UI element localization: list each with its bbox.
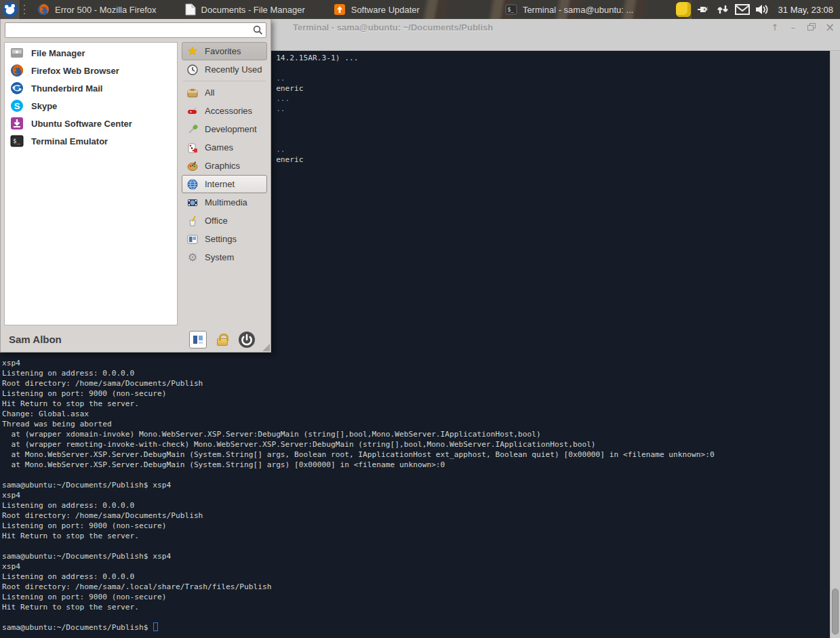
taskbar-button-terminal[interactable]: $_ Terminal - sama@ubuntu: ... xyxy=(500,1,639,18)
file-manager-icon xyxy=(9,45,24,60)
category-label: Graphics xyxy=(205,161,240,171)
app-item-skype[interactable]: S Skype xyxy=(5,97,177,115)
lock-screen-button[interactable] xyxy=(214,331,231,348)
app-label: File Manager xyxy=(31,48,85,58)
search-input[interactable] xyxy=(5,22,266,38)
speaker-icon xyxy=(755,3,769,16)
firefox-icon xyxy=(37,3,49,16)
app-item-terminal-emulator[interactable]: $_ Terminal Emulator xyxy=(5,132,177,150)
svg-text:S: S xyxy=(14,101,20,111)
close-button[interactable]: × xyxy=(824,21,836,33)
whisker-menu: File Manager Firefox Web Browser Thunder… xyxy=(0,19,271,353)
clock-icon xyxy=(186,64,199,76)
category-label: Games xyxy=(205,142,233,153)
category-games[interactable]: Games xyxy=(182,138,267,157)
all-applications-icon xyxy=(186,87,199,99)
all-settings-button[interactable] xyxy=(189,331,207,348)
category-label: System xyxy=(205,252,234,262)
category-settings[interactable]: Settings xyxy=(182,230,267,248)
panel-clock[interactable]: 31 May, 23:08 xyxy=(774,5,833,15)
settings-panes-icon xyxy=(193,335,203,344)
category-label: Accessories xyxy=(205,106,252,116)
category-label: Development xyxy=(205,124,257,134)
games-icon xyxy=(186,142,199,154)
app-label: Terminal Emulator xyxy=(31,136,108,146)
shade-window-button[interactable]: ↑ xyxy=(769,21,781,33)
category-label: Favorites xyxy=(205,46,241,56)
logout-button[interactable] xyxy=(238,331,256,348)
app-item-software-center[interactable]: Ubuntu Software Center xyxy=(5,115,177,132)
terminal-scrollbar[interactable] xyxy=(830,51,840,638)
taskbar-label: Error 500 - Mozilla Firefox xyxy=(55,5,157,15)
multimedia-icon xyxy=(186,197,199,209)
network-arrows-icon xyxy=(716,3,729,16)
firefox-icon xyxy=(9,63,24,78)
graphics-icon xyxy=(186,160,199,172)
volume-tray-icon[interactable] xyxy=(755,2,769,17)
document-icon xyxy=(185,3,196,16)
system-tray: 31 May, 23:08 xyxy=(676,2,840,17)
applications-menu-button[interactable] xyxy=(0,0,20,19)
accessories-icon xyxy=(186,105,199,117)
taskbar-label: Terminal - sama@ubuntu: ... xyxy=(523,5,633,15)
category-graphics[interactable]: Graphics xyxy=(182,157,267,175)
category-list: ★ Favorites Recently Used All Accessorie… xyxy=(182,42,267,266)
app-label: Ubuntu Software Center xyxy=(31,119,132,129)
category-label: Settings xyxy=(205,234,237,244)
star-icon: ★ xyxy=(186,45,199,58)
development-icon xyxy=(186,123,199,136)
terminal-cursor xyxy=(153,622,158,631)
app-item-thunderbird[interactable]: Thunderbird Mail xyxy=(5,79,177,97)
gear-icon: ⚙ xyxy=(186,252,199,264)
software-updater-icon xyxy=(334,3,346,16)
office-icon xyxy=(186,215,199,227)
taskbar-button-file-manager[interactable]: Documents - File Manager xyxy=(180,1,311,18)
xubuntu-mouse-icon xyxy=(2,1,18,18)
category-multimedia[interactable]: Multimedia xyxy=(182,193,267,212)
category-internet[interactable]: Internet xyxy=(182,175,267,193)
app-item-firefox[interactable]: Firefox Web Browser xyxy=(5,62,177,79)
category-development[interactable]: Development xyxy=(182,120,267,138)
ubuntu-software-center-icon xyxy=(9,116,24,131)
category-separator xyxy=(183,81,266,81)
restore-icon xyxy=(807,23,816,31)
category-system[interactable]: ⚙ System xyxy=(182,248,267,266)
power-manager-tray-icon[interactable] xyxy=(696,2,711,17)
category-recently-used[interactable]: Recently Used xyxy=(182,60,267,79)
category-label: Office xyxy=(205,216,228,226)
taskbar-label: Documents - File Manager xyxy=(201,5,305,15)
category-favorites[interactable]: ★ Favorites xyxy=(182,42,267,60)
category-label: Recently Used xyxy=(205,64,262,75)
scrollbar-thumb[interactable] xyxy=(832,589,839,635)
category-all[interactable]: All xyxy=(182,83,267,102)
category-office[interactable]: Office xyxy=(182,212,267,230)
power-icon xyxy=(238,331,256,348)
mail-tray-icon[interactable] xyxy=(735,2,750,17)
restore-button[interactable] xyxy=(805,21,818,33)
search-icon xyxy=(253,25,263,38)
terminal-title: Terminal - sama@ubuntu: ~/Documents/Publ… xyxy=(293,22,493,33)
app-label: Firefox Web Browser xyxy=(31,66,119,76)
minimize-button[interactable]: – xyxy=(787,21,799,33)
svg-text:$_: $_ xyxy=(13,138,20,144)
category-accessories[interactable]: Accessories xyxy=(182,102,267,120)
network-tray-icon[interactable] xyxy=(715,2,730,17)
terminal-emulator-icon: $_ xyxy=(9,134,24,148)
keyboard-indicator-icon xyxy=(676,2,691,17)
app-item-file-manager[interactable]: File Manager xyxy=(5,44,177,62)
app-label: Skype xyxy=(31,101,57,111)
category-label: All xyxy=(205,87,214,98)
menu-footer: Sam Albon xyxy=(1,327,271,352)
taskbar-button-firefox[interactable]: Error 500 - Mozilla Firefox xyxy=(32,1,162,18)
terminal-icon: $_ xyxy=(505,3,517,16)
tray-keyboard-indicator[interactable] xyxy=(676,2,691,17)
taskbar-button-software-updater[interactable]: Software Updater xyxy=(328,1,425,18)
thunderbird-icon xyxy=(9,81,24,96)
category-label: Internet xyxy=(205,179,235,189)
resize-grip[interactable] xyxy=(262,344,270,351)
internet-globe-icon xyxy=(186,178,199,191)
lock-icon xyxy=(217,338,228,346)
skype-icon: S xyxy=(9,98,24,113)
taskbar-label: Software Updater xyxy=(351,5,420,15)
top-panel: Error 500 - Mozilla Firefox Documents - … xyxy=(0,0,840,19)
